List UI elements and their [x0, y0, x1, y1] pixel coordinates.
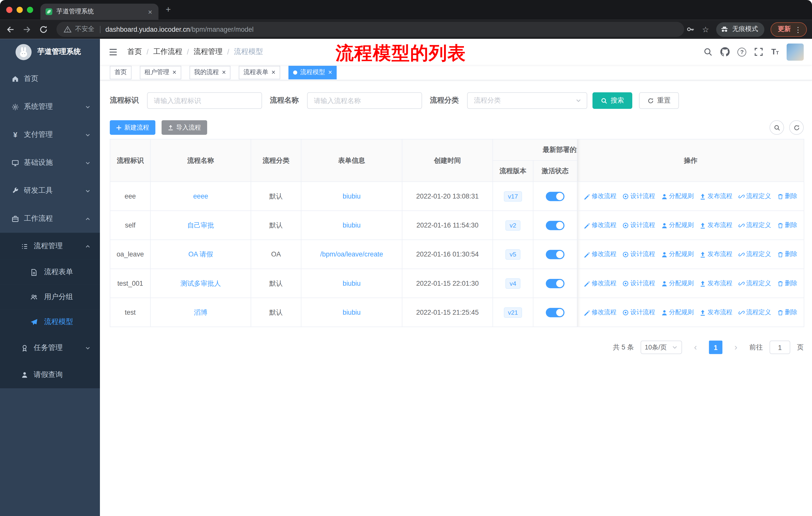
- action-publish-process[interactable]: 发布流程: [700, 221, 732, 230]
- close-icon[interactable]: ×: [328, 69, 332, 76]
- browser-menu-icon[interactable]: ⋮: [794, 25, 802, 33]
- tag-home[interactable]: 首页: [110, 65, 132, 79]
- action-design-process[interactable]: 设计流程: [622, 308, 655, 317]
- page-size-select[interactable]: 10条/页: [641, 341, 682, 354]
- page-url[interactable]: dashboard.yudao.iocoder.cn/bpm/manager/m…: [106, 25, 254, 33]
- model-name-link[interactable]: 测试多审批人: [180, 279, 221, 287]
- search-icon[interactable]: [703, 47, 713, 56]
- action-delete[interactable]: 删除: [777, 221, 797, 230]
- action-assign-rule[interactable]: 分配规则: [661, 221, 694, 230]
- toggle-search-button[interactable]: [770, 120, 784, 135]
- active-toggle[interactable]: [546, 250, 564, 259]
- action-process-definition[interactable]: 流程定义: [738, 279, 771, 288]
- import-process-button[interactable]: 导入流程: [162, 120, 207, 135]
- action-design-process[interactable]: 设计流程: [622, 221, 655, 230]
- action-assign-rule[interactable]: 分配规则: [661, 279, 694, 288]
- action-delete[interactable]: 删除: [777, 308, 797, 317]
- help-icon[interactable]: ?: [737, 47, 746, 56]
- form-link[interactable]: biubiu: [343, 221, 360, 229]
- next-page-button[interactable]: ›: [729, 341, 743, 354]
- sidebar-item-user-group[interactable]: 用户分组: [0, 285, 100, 310]
- action-process-definition[interactable]: 流程定义: [738, 250, 771, 259]
- action-delete[interactable]: 删除: [777, 279, 797, 288]
- browser-update-button[interactable]: 更新 ⋮: [771, 22, 807, 36]
- user-avatar[interactable]: [787, 43, 804, 60]
- sidebar-item-leave-query[interactable]: 请假查询: [0, 361, 100, 388]
- font-size-icon[interactable]: TT: [771, 48, 779, 55]
- active-toggle[interactable]: [546, 308, 564, 317]
- maximize-window-button[interactable]: [27, 7, 33, 13]
- sidebar-item-workflow[interactable]: 工作流程: [0, 205, 100, 233]
- action-process-definition[interactable]: 流程定义: [738, 221, 771, 230]
- process-category-select[interactable]: 流程分类: [467, 92, 587, 109]
- reload-icon[interactable]: [39, 25, 48, 34]
- action-delete[interactable]: 删除: [777, 192, 797, 200]
- sidebar-item-task-management[interactable]: 任务管理: [0, 334, 100, 361]
- tag-tenant[interactable]: 租户管理×: [140, 65, 181, 79]
- github-icon[interactable]: [721, 47, 730, 56]
- model-name-link[interactable]: 自己审批: [187, 221, 214, 229]
- sidebar-item-system[interactable]: 系统管理: [0, 93, 100, 121]
- password-key-icon[interactable]: [686, 25, 695, 34]
- model-name-link[interactable]: eeee: [193, 192, 208, 200]
- action-design-process[interactable]: 设计流程: [622, 192, 655, 200]
- action-edit-process[interactable]: 修改流程: [584, 221, 617, 230]
- action-publish-process[interactable]: 发布流程: [700, 192, 732, 200]
- new-tab-button[interactable]: +: [166, 5, 171, 15]
- back-icon[interactable]: [6, 25, 15, 34]
- close-window-button[interactable]: [6, 7, 12, 13]
- tab-close-icon[interactable]: ×: [147, 8, 153, 16]
- form-link[interactable]: biubiu: [343, 308, 360, 316]
- action-edit-process[interactable]: 修改流程: [584, 192, 617, 200]
- breadcrumb-home[interactable]: 首页: [127, 47, 142, 56]
- refresh-table-button[interactable]: [789, 120, 804, 135]
- app-logo[interactable]: 芋道管理系统: [0, 39, 100, 65]
- address-bar[interactable]: 不安全 dashboard.yudao.iocoder.cn/bpm/manag…: [56, 22, 684, 37]
- close-icon[interactable]: ×: [271, 69, 276, 76]
- action-assign-rule[interactable]: 分配规则: [661, 308, 694, 317]
- breadcrumb-workflow[interactable]: 工作流程: [153, 47, 182, 56]
- sidebar-item-devtools[interactable]: 研发工具: [0, 177, 100, 205]
- sidebar-item-process-model[interactable]: 流程模型: [0, 309, 100, 334]
- tag-process-form[interactable]: 流程表单×: [239, 65, 280, 79]
- action-edit-process[interactable]: 修改流程: [584, 250, 617, 259]
- tag-process-model[interactable]: 流程模型×: [288, 65, 337, 79]
- form-link[interactable]: biubiu: [343, 279, 360, 287]
- action-edit-process[interactable]: 修改流程: [584, 308, 617, 317]
- prev-page-button[interactable]: ‹: [689, 341, 702, 354]
- tag-my-process[interactable]: 我的流程×: [189, 65, 231, 79]
- sidebar-item-home[interactable]: 首页: [0, 65, 100, 93]
- action-delete[interactable]: 删除: [777, 250, 797, 259]
- process-key-input[interactable]: [147, 92, 262, 109]
- action-edit-process[interactable]: 修改流程: [584, 279, 617, 288]
- collapse-sidebar-icon[interactable]: [108, 47, 118, 57]
- action-process-definition[interactable]: 流程定义: [738, 308, 771, 317]
- model-name-link[interactable]: OA 请假: [188, 250, 213, 258]
- action-assign-rule[interactable]: 分配规则: [661, 192, 694, 200]
- minimize-window-button[interactable]: [17, 7, 23, 13]
- active-toggle[interactable]: [546, 279, 564, 288]
- active-toggle[interactable]: [546, 220, 564, 230]
- model-name-link[interactable]: 滔博: [194, 308, 207, 316]
- action-design-process[interactable]: 设计流程: [622, 250, 655, 259]
- action-publish-process[interactable]: 发布流程: [700, 308, 732, 317]
- goto-page-input[interactable]: [770, 341, 790, 354]
- reset-button[interactable]: 重置: [639, 92, 679, 109]
- browser-tab[interactable]: 芋道管理系统 ×: [40, 3, 158, 20]
- action-assign-rule[interactable]: 分配规则: [661, 250, 694, 259]
- fullscreen-icon[interactable]: [754, 47, 763, 56]
- bookmark-star-icon[interactable]: ☆: [701, 25, 710, 34]
- close-icon[interactable]: ×: [172, 69, 176, 76]
- action-publish-process[interactable]: 发布流程: [700, 250, 732, 259]
- process-name-input[interactable]: [307, 92, 422, 109]
- search-button[interactable]: 搜索: [592, 92, 632, 109]
- sidebar-item-process-form[interactable]: 流程表单: [0, 260, 100, 285]
- action-process-definition[interactable]: 流程定义: [738, 192, 771, 200]
- active-toggle[interactable]: [546, 191, 564, 201]
- form-link[interactable]: /bpm/oa/leave/create: [320, 250, 383, 258]
- breadcrumb-process-management[interactable]: 流程管理: [194, 47, 223, 56]
- action-publish-process[interactable]: 发布流程: [700, 279, 732, 288]
- sidebar-item-infra[interactable]: 基础设施: [0, 148, 100, 176]
- create-process-button[interactable]: 新建流程: [110, 120, 155, 135]
- security-label[interactable]: 不安全: [75, 25, 94, 34]
